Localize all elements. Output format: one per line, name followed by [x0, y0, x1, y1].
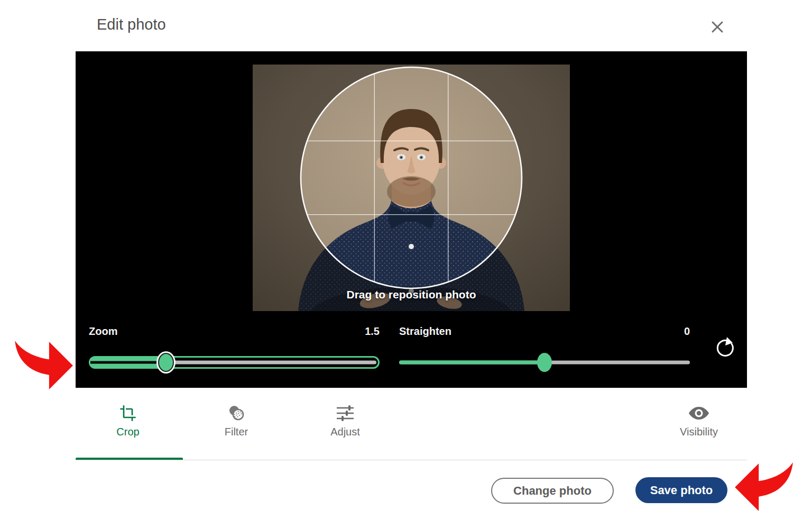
- annotation-arrow-right: [734, 461, 796, 513]
- page-title: Edit photo: [97, 16, 166, 33]
- annotation-arrow-left: [14, 340, 76, 392]
- close-icon: [709, 19, 725, 35]
- tab-filter-label: Filter: [202, 426, 271, 438]
- tab-filter[interactable]: Filter: [202, 403, 271, 438]
- straighten-label: Straighten: [399, 325, 451, 338]
- straighten-value: 0: [684, 325, 690, 338]
- close-button[interactable]: [707, 17, 727, 37]
- tab-adjust-label: Adjust: [311, 426, 380, 438]
- eye-icon: [665, 403, 733, 423]
- zoom-slider-track[interactable]: [89, 356, 380, 369]
- filter-icon: [202, 403, 271, 423]
- tab-visibility[interactable]: Visibility: [665, 403, 733, 438]
- zoom-slider-thumb[interactable]: [158, 353, 174, 372]
- zoom-slider-group: Zoom 1.5: [89, 324, 380, 369]
- photo-crop-area[interactable]: Drag to reposition photo: [253, 65, 570, 311]
- save-photo-button[interactable]: Save photo: [635, 477, 727, 503]
- zoom-slider-groove-right: [167, 361, 376, 365]
- crop-circle-overlay: [253, 65, 570, 311]
- zoom-slider-groove-left: [90, 361, 167, 364]
- straighten-slider-thumb[interactable]: [537, 353, 552, 372]
- crop-icon: [94, 403, 162, 423]
- drag-hint-text: Drag to reposition photo: [253, 288, 570, 301]
- adjust-icon: [311, 403, 380, 423]
- tab-visibility-label: Visibility: [665, 426, 733, 438]
- tab-crop-label: Crop: [94, 426, 162, 438]
- tabs-divider: [76, 460, 747, 460]
- change-photo-button[interactable]: Change photo: [491, 478, 614, 504]
- reset-rotation-button[interactable]: [713, 335, 738, 361]
- straighten-slider-group: Straighten 0: [399, 324, 690, 369]
- tab-adjust[interactable]: Adjust: [311, 403, 380, 438]
- straighten-slider-fill: [399, 361, 545, 365]
- zoom-label: Zoom: [89, 325, 117, 338]
- rotate-icon: [714, 336, 737, 360]
- zoom-value: 1.5: [365, 325, 380, 338]
- tab-crop[interactable]: Crop: [94, 403, 162, 438]
- rule-of-thirds-grid: [301, 67, 522, 288]
- photo-editor-panel: Drag to reposition photo Zoom 1.5 Straig…: [76, 51, 747, 388]
- edit-photo-dialog: Edit photo: [0, 0, 812, 528]
